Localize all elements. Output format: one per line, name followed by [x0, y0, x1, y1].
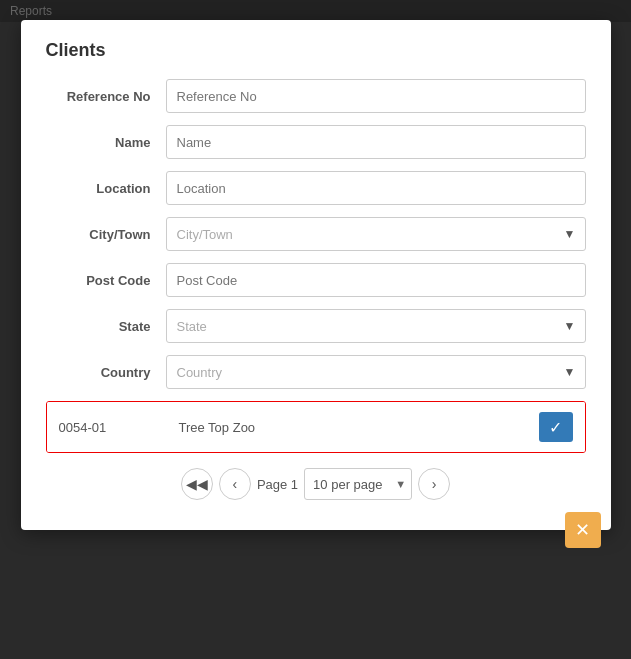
prev-icon: ‹ [233, 476, 238, 492]
city-town-select[interactable]: City/Town [166, 217, 586, 251]
first-page-button[interactable]: ◀◀ [181, 468, 213, 500]
reference-no-label: Reference No [46, 89, 166, 104]
result-name: Tree Top Zoo [179, 420, 539, 435]
city-town-wrapper: City/Town ▼ [166, 217, 586, 251]
state-select[interactable]: State [166, 309, 586, 343]
modal-title: Clients [46, 40, 586, 61]
results-table: 0054-01 Tree Top Zoo ✓ [46, 401, 586, 453]
first-icon: ◀◀ [186, 476, 208, 492]
close-icon: ✕ [575, 519, 590, 541]
post-code-row: Post Code [46, 263, 586, 297]
close-button[interactable]: ✕ [565, 512, 601, 548]
reference-no-row: Reference No [46, 79, 586, 113]
country-wrapper: Country ▼ [166, 355, 586, 389]
reference-no-input[interactable] [166, 79, 586, 113]
state-wrapper: State ▼ [166, 309, 586, 343]
location-input[interactable] [166, 171, 586, 205]
check-icon: ✓ [549, 418, 562, 437]
name-row: Name [46, 125, 586, 159]
country-select[interactable]: Country [166, 355, 586, 389]
state-label: State [46, 319, 166, 334]
select-result-button[interactable]: ✓ [539, 412, 573, 442]
country-row: Country Country ▼ [46, 355, 586, 389]
post-code-label: Post Code [46, 273, 166, 288]
next-icon: › [432, 476, 437, 492]
page-label: Page 1 [257, 477, 298, 492]
state-row: State State ▼ [46, 309, 586, 343]
modal-overlay: Clients Reference No Name Location City/… [0, 0, 631, 659]
city-town-label: City/Town [46, 227, 166, 242]
table-row: 0054-01 Tree Top Zoo ✓ [47, 402, 585, 452]
next-page-button[interactable]: › [418, 468, 450, 500]
clients-modal: Clients Reference No Name Location City/… [21, 20, 611, 530]
city-town-row: City/Town City/Town ▼ [46, 217, 586, 251]
location-label: Location [46, 181, 166, 196]
per-page-wrapper: 10 per page 25 per page 50 per page ▼ [304, 468, 412, 500]
pagination: ◀◀ ‹ Page 1 10 per page 25 per page 50 p… [46, 468, 586, 500]
post-code-input[interactable] [166, 263, 586, 297]
name-input[interactable] [166, 125, 586, 159]
location-row: Location [46, 171, 586, 205]
country-label: Country [46, 365, 166, 380]
result-ref: 0054-01 [59, 420, 179, 435]
name-label: Name [46, 135, 166, 150]
per-page-select[interactable]: 10 per page 25 per page 50 per page [304, 468, 412, 500]
prev-page-button[interactable]: ‹ [219, 468, 251, 500]
